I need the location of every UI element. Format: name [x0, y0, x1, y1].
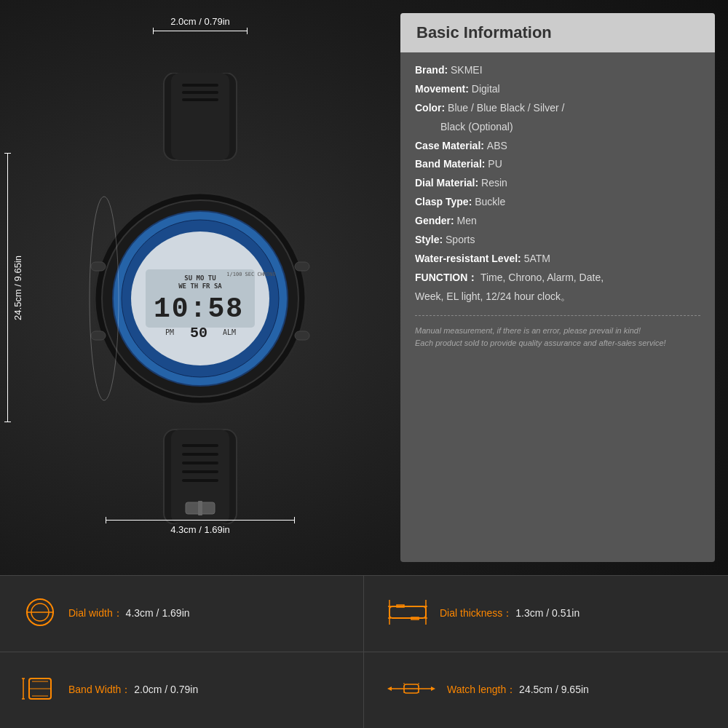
field-function: FUNCTION： Time, Chrono, Alarm, Date,Week… — [415, 269, 700, 306]
dial-width-icon — [22, 596, 58, 631]
spec-dial-width-label: Dial width： — [68, 607, 123, 619]
dial-width-label: 4.3cm / 1.69in — [170, 524, 230, 535]
spec-dial-width-text: Dial width： 4.3cm / 1.69in — [68, 607, 190, 620]
svg-marker-56 — [431, 687, 435, 691]
field-water-label: Water-resistant Level: — [415, 253, 524, 264]
spec-watch-length: Watch length： 24.5cm / 9.65in — [364, 652, 728, 729]
field-movement: Movement: Digital — [415, 80, 700, 99]
field-clasp-label: Clasp Type: — [415, 196, 475, 207]
spec-dial-width-value: 4.3cm / 1.69in — [126, 607, 190, 619]
spec-dial-thickness-value: 1.3cm / 0.51in — [515, 607, 579, 619]
field-style-value: Sports — [446, 234, 475, 245]
spec-watch-length-label: Watch length： — [447, 684, 516, 695]
field-clasp-value: Buckle — [475, 196, 505, 207]
svg-marker-55 — [387, 687, 392, 691]
field-dial: Dial Material: Resin — [415, 174, 700, 193]
svg-rect-19 — [91, 331, 106, 340]
specs-bar: Dial width： 4.3cm / 1.69in — [0, 575, 728, 728]
watch-height-measurement: 24.5cm / 9.65in — [7, 153, 23, 422]
spec-band-width-value: 2.0cm / 0.79in — [134, 684, 198, 695]
spec-dial-thickness: Dial thickness： 1.3cm / 0.51in — [364, 576, 728, 652]
svg-rect-24 — [182, 444, 218, 447]
field-brand: Brand: SKMEI — [415, 61, 700, 80]
field-style-label: Style: — [415, 234, 446, 245]
dial-thickness-icon — [386, 596, 430, 631]
field-gender: Gender: Men — [415, 212, 700, 231]
svg-rect-30 — [198, 501, 202, 515]
band-width-line — [153, 31, 248, 31]
field-gender-value: Men — [457, 215, 477, 226]
info-title: Basic Information — [400, 13, 715, 52]
field-water-value: 5ATM — [524, 253, 550, 264]
field-water: Water-resistant Level: 5ATM — [415, 250, 700, 269]
page-wrapper: 2.0cm / 0.79in 24.5cm / 9.65in — [0, 0, 728, 728]
spec-dial-thickness-label: Dial thickness： — [440, 607, 513, 619]
field-movement-value: Digital — [472, 83, 500, 95]
band-width-label: 2.0cm / 0.79in — [170, 16, 230, 27]
field-color-label: Color: — [415, 102, 448, 114]
height-line — [7, 153, 8, 422]
field-style: Style: Sports — [415, 231, 700, 250]
main-area: 2.0cm / 0.79in 24.5cm / 9.65in — [0, 0, 728, 575]
field-color: Color: Blue / Blue Black / Silver / Blac… — [415, 99, 700, 137]
spec-watch-length-text: Watch length： 24.5cm / 9.65in — [447, 684, 589, 697]
svg-text:ALM: ALM — [223, 328, 236, 336]
field-dial-value: Resin — [481, 177, 507, 189]
svg-rect-3 — [182, 91, 218, 94]
spec-watch-length-value: 24.5cm / 9.65in — [519, 684, 589, 695]
dial-width-measurement: 4.3cm / 1.69in — [106, 520, 295, 535]
dial-width-line — [106, 520, 295, 521]
field-clasp: Clasp Type: Buckle — [415, 193, 700, 212]
svg-text:50: 50 — [190, 325, 207, 341]
spec-band-width: Band Width： 2.0cm / 0.79in — [0, 652, 364, 729]
field-band-label: Band Material: — [415, 158, 488, 170]
field-band-value: PU — [488, 158, 502, 170]
svg-rect-37 — [389, 606, 426, 618]
spec-dial-thickness-text: Dial thickness： 1.3cm / 0.51in — [440, 607, 579, 620]
field-brand-label: Brand: — [415, 64, 451, 76]
svg-rect-28 — [182, 479, 218, 482]
field-band: Band Material: PU — [415, 155, 700, 174]
svg-rect-26 — [182, 462, 218, 464]
note-line1: Manual measurement, if there is an error… — [415, 326, 641, 335]
watch-height-label: 24.5cm / 9.65in — [12, 256, 23, 320]
field-function-label: FUNCTION： — [415, 272, 478, 283]
info-content: Brand: SKMEI Movement: Digital Color: Bl… — [400, 52, 715, 562]
spec-dial-width: Dial width： 4.3cm / 1.69in — [0, 576, 364, 652]
svg-text:SU  MO  TU: SU MO TU — [184, 274, 215, 282]
svg-rect-2 — [182, 84, 218, 87]
svg-rect-25 — [182, 453, 218, 456]
field-gender-label: Gender: — [415, 215, 457, 226]
svg-rect-21 — [295, 331, 309, 340]
svg-rect-4 — [182, 98, 218, 101]
svg-text:PM: PM — [165, 328, 174, 336]
band-width-measurement: 2.0cm / 0.79in — [153, 16, 248, 31]
info-panel: Basic Information Brand: SKMEI Movement:… — [400, 13, 715, 562]
svg-text:WE  TH  FR  SA: WE TH FR SA — [178, 282, 222, 290]
info-divider — [415, 315, 700, 316]
band-width-icon — [22, 673, 58, 708]
spec-band-width-label: Band Width： — [68, 684, 131, 695]
info-note: Manual measurement, if there is an error… — [415, 325, 700, 350]
note-line2: Each product sold to provide quality ass… — [415, 339, 666, 347]
watch-illustration: SU MO TU WE TH FR SA 1/100 SEC CHRONO 10… — [84, 73, 317, 524]
field-case-value: ABS — [487, 140, 507, 151]
field-brand-value: SKMEI — [451, 64, 483, 76]
svg-rect-18 — [91, 262, 106, 271]
svg-text:10:58: 10:58 — [154, 293, 244, 325]
field-case-label: Case Material: — [415, 140, 487, 151]
svg-rect-20 — [295, 262, 309, 271]
watch-area: 2.0cm / 0.79in 24.5cm / 9.65in — [0, 0, 400, 575]
field-case: Case Material: ABS — [415, 137, 700, 156]
field-movement-label: Movement: — [415, 83, 472, 95]
field-dial-label: Dial Material: — [415, 177, 481, 189]
spec-band-width-text: Band Width： 2.0cm / 0.79in — [68, 684, 198, 697]
watch-length-icon — [386, 673, 437, 708]
svg-rect-27 — [182, 470, 218, 473]
svg-text:1/100 SEC CHRONO: 1/100 SEC CHRONO — [226, 272, 275, 277]
